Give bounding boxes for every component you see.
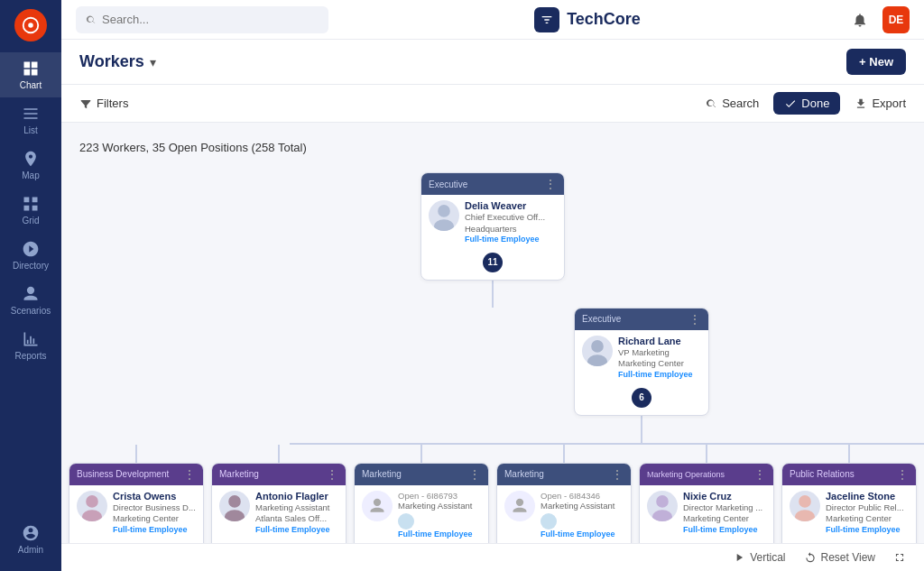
app-title-text: TechCore [567, 10, 641, 29]
report-2-badge[interactable]: Full-time Employee [398, 530, 481, 539]
ceo-dots[interactable]: ⋮ [544, 177, 557, 191]
vp-badge[interactable]: Full-time Employee [618, 370, 701, 379]
report-0-avatar [77, 491, 107, 521]
report-1-card[interactable]: Marketing ⋮ Antonio Flagler Marketing As… [211, 463, 346, 543]
report-0-badge[interactable]: Full-time Employee [113, 525, 196, 534]
sidebar-item-directory-label: Directory [13, 261, 49, 271]
vp-level: Executive ⋮ Richard Lane VP Marketing Ma… [574, 308, 709, 443]
report-5-title: Director Public Rel... [826, 502, 909, 513]
ceo-branch: Executive ⋮ Delia Weaver Chief Executive… [420, 172, 565, 308]
svg-point-5 [587, 355, 607, 366]
report-2-card[interactable]: Marketing ⋮ Open - 6I86793 Marketing Ass… [354, 463, 489, 543]
sidebar-item-chart[interactable]: Chart [0, 52, 61, 97]
ceo-avatar [429, 200, 459, 231]
sidebar-item-grid[interactable]: Grid [0, 188, 61, 233]
report-3-dots[interactable]: ⋮ [611, 467, 624, 482]
page-title-dropdown-icon[interactable]: ▾ [150, 55, 156, 69]
new-button[interactable]: + New [846, 49, 906, 75]
vp-title: VP Marketing [618, 347, 701, 358]
report-0-header: Business Development ⋮ [69, 464, 203, 485]
filters-button[interactable]: Filters [79, 97, 128, 110]
report-3-branch: Marketing ⋮ Open - 6I84346 Marketing Ass… [496, 445, 632, 543]
report-3-info: Open - 6I84346 Marketing Assistant Full-… [541, 491, 624, 539]
report-5-badge[interactable]: Full-time Employee [826, 525, 909, 534]
reset-view-button[interactable]: Reset View [804, 551, 875, 564]
report-2-header: Marketing ⋮ [355, 464, 488, 485]
export-label: Export [872, 97, 906, 110]
report-3-card[interactable]: Marketing ⋮ Open - 6I84346 Marketing Ass… [496, 463, 632, 543]
report-4-dots[interactable]: ⋮ [753, 467, 766, 482]
sidebar-item-admin-label: Admin [18, 545, 43, 555]
report-2-branch: Marketing ⋮ Open - 6I86793 Marketing Ass… [354, 445, 489, 543]
search-label: Search [722, 97, 759, 110]
report-0-location: Marketing Center [113, 513, 196, 524]
report-1-avatar [219, 491, 250, 521]
report-0-dept: Business Development [77, 469, 169, 479]
report-4-badge[interactable]: Full-time Employee [683, 525, 766, 534]
sidebar-item-reports[interactable]: Reports [0, 323, 61, 368]
topbar-right: DE [846, 6, 910, 33]
chart-area[interactable]: 223 Workers, 35 Open Positions (258 Tota… [61, 123, 924, 543]
done-icon [784, 97, 797, 110]
sidebar-item-scenarios[interactable]: Scenarios [0, 278, 61, 323]
vertical-label: Vertical [750, 551, 785, 564]
svg-point-8 [228, 495, 241, 508]
report-1-branch: Marketing ⋮ Antonio Flagler Marketing As… [211, 445, 346, 543]
report-4-card[interactable]: Marketing Operations ⋮ Nixie Cruz Direct… [639, 463, 774, 543]
report-0-card[interactable]: Business Development ⋮ Crista Owens Dire… [69, 463, 204, 543]
notifications-button[interactable] [846, 6, 873, 33]
sidebar-item-reports-label: Reports [14, 351, 46, 361]
search-input[interactable] [102, 13, 319, 26]
report-5-body: Jaceline Stone Director Public Rel... Ma… [782, 485, 916, 539]
search-button[interactable]: Search [705, 97, 759, 110]
report-2-dots[interactable]: ⋮ [468, 467, 481, 482]
report-3-avatar [504, 491, 535, 521]
chart-stats: 223 Workers, 35 Open Positions (258 Tota… [79, 141, 906, 154]
report-2-top-connector [420, 445, 422, 463]
report-5-dept: Public Relations [790, 469, 855, 479]
toolbar-left: Filters [79, 97, 128, 110]
svg-point-9 [225, 510, 245, 521]
sidebar-item-admin[interactable]: Admin [0, 517, 61, 562]
vertical-button[interactable]: Vertical [733, 551, 785, 564]
sidebar-item-directory[interactable]: Directory [0, 233, 61, 278]
done-button[interactable]: Done [773, 92, 840, 115]
report-3-badge[interactable]: Full-time Employee [541, 530, 624, 539]
user-avatar[interactable]: DE [882, 6, 910, 33]
vp-card[interactable]: Executive ⋮ Richard Lane VP Marketing Ma… [574, 308, 709, 416]
vp-avatar [582, 336, 613, 366]
sidebar-item-list[interactable]: List [0, 97, 61, 143]
report-1-top-connector [278, 445, 280, 463]
svg-point-3 [434, 219, 454, 231]
sidebar-item-map[interactable]: Map [0, 143, 61, 188]
report-5-card[interactable]: Public Relations ⋮ Jaceline Stone Direct… [781, 463, 917, 543]
report-5-location: Marketing Center [826, 513, 909, 524]
report-3-dept: Marketing [504, 469, 544, 479]
report-5-info: Jaceline Stone Director Public Rel... Ma… [826, 491, 909, 534]
report-4-dept: Marketing Operations [647, 470, 725, 479]
svg-point-12 [799, 495, 811, 508]
ceo-card[interactable]: Executive ⋮ Delia Weaver Chief Executive… [420, 172, 565, 281]
report-2-avatar [362, 491, 393, 521]
page-title: Workers [79, 52, 144, 71]
report-1-name: Antonio Flagler [255, 491, 338, 502]
report-0-body: Crista Owens Director Business D... Mark… [69, 485, 203, 539]
report-1-dots[interactable]: ⋮ [326, 467, 338, 482]
ceo-badge[interactable]: Full-time Employee [465, 235, 557, 244]
report-1-badge[interactable]: Full-time Employee [255, 525, 338, 534]
report-0-branch: Business Development ⋮ Crista Owens Dire… [69, 445, 204, 543]
fullscreen-button[interactable] [893, 551, 906, 564]
app-logo[interactable] [14, 9, 47, 41]
svg-point-1 [28, 23, 33, 28]
search-box[interactable] [76, 6, 328, 33]
report-3-top-connector [563, 445, 565, 463]
vp-dots[interactable]: ⋮ [688, 312, 701, 327]
report-0-dots[interactable]: ⋮ [183, 467, 196, 482]
ceo-card-header: Executive ⋮ [421, 173, 564, 195]
report-1-title: Marketing Assistant [255, 502, 338, 513]
app-title: TechCore [339, 7, 836, 32]
report-5-dots[interactable]: ⋮ [896, 467, 909, 482]
page-header: Workers ▾ + New [61, 40, 924, 85]
report-4-header: Marketing Operations ⋮ [640, 464, 773, 485]
export-button[interactable]: Export [855, 97, 906, 110]
